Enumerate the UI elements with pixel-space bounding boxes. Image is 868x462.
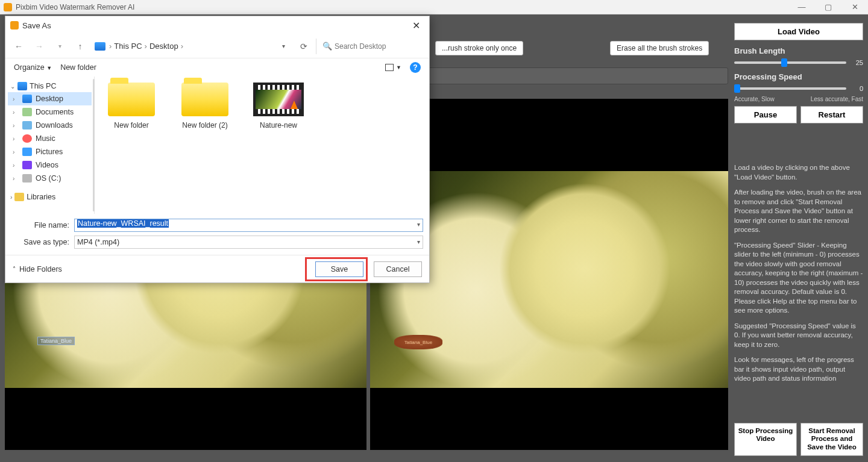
- proc-speed-right-caption: Less accurate, Fast: [811, 96, 863, 102]
- file-label: New folder: [103, 121, 160, 130]
- view-mode-button[interactable]: ▼: [385, 64, 401, 71]
- dialog-fields: File name: Nature-new_WRSAI_result▾ Save…: [5, 214, 429, 255]
- chevron-down-icon[interactable]: ▾: [417, 239, 420, 245]
- new-folder-button[interactable]: New folder: [60, 63, 96, 72]
- tree-item-music[interactable]: ›Music: [8, 132, 92, 145]
- nav-up-button[interactable]: ↑: [72, 38, 89, 55]
- pc-icon: [95, 42, 105, 51]
- cancel-button[interactable]: Cancel: [374, 261, 422, 277]
- load-video-button[interactable]: Load Video: [734, 23, 863, 40]
- video-file-icon: [253, 83, 304, 116]
- file-label: New folder (2): [177, 121, 233, 130]
- dialog-titlebar: Save As ✕: [5, 16, 429, 34]
- pictures-icon: [22, 148, 32, 156]
- save-as-dialog: Save As ✕ ← → ▾ ↑ › This PC › Desktop › …: [5, 16, 430, 283]
- dialog-logo-icon: [10, 21, 19, 30]
- chevron-right-icon: ›: [13, 96, 19, 102]
- chevron-right-icon: ›: [13, 109, 19, 116]
- documents-icon: [22, 108, 32, 116]
- app-titlebar: Pixbim Video Watermark Remover AI — ▢ ✕: [0, 0, 868, 14]
- tree-item-desktop[interactable]: ›Desktop: [8, 92, 92, 105]
- save-button[interactable]: Save: [315, 261, 363, 277]
- file-grid[interactable]: New folder New folder (2) Nature-new: [95, 76, 429, 214]
- processing-speed-label: Processing Speed: [734, 72, 863, 81]
- help-button[interactable]: ?: [410, 62, 421, 73]
- pc-icon: [17, 82, 27, 90]
- processing-speed-value: 0: [850, 85, 863, 92]
- brush-length-slider[interactable]: [734, 61, 846, 64]
- chevron-right-icon: ›: [145, 42, 147, 51]
- organize-menu[interactable]: Organize ▼: [14, 63, 52, 72]
- save-button-highlight: Save: [305, 257, 368, 281]
- desktop-icon: [22, 95, 32, 103]
- crumb-desktop[interactable]: Desktop: [149, 42, 178, 51]
- filename-input[interactable]: Nature-new_WRSAI_result▾: [74, 219, 423, 232]
- close-app-button[interactable]: ✕: [841, 0, 868, 14]
- slider-thumb-icon[interactable]: [734, 84, 740, 93]
- nav-back-button[interactable]: ←: [10, 38, 27, 55]
- app-title: Pixbim Video Watermark Remover AI: [16, 3, 134, 11]
- restart-button[interactable]: Restart: [800, 106, 863, 123]
- file-label: Nature-new: [250, 121, 307, 130]
- downloads-icon: [22, 121, 32, 130]
- dialog-footer: ˄Hide Folders Save Cancel: [5, 255, 429, 283]
- app-logo-icon: [4, 3, 12, 11]
- dialog-close-button[interactable]: ✕: [407, 17, 424, 34]
- tree-item-libraries[interactable]: ›Libraries: [8, 191, 92, 203]
- refresh-button[interactable]: ⟳: [295, 38, 312, 55]
- stop-processing-button[interactable]: Stop Processing Video: [734, 423, 797, 456]
- chevron-down-icon[interactable]: ▾: [417, 221, 420, 228]
- brush-length-label: Brush Length: [734, 46, 863, 55]
- dialog-title: Save As: [22, 21, 51, 30]
- libraries-icon: [14, 193, 24, 201]
- tree-item-documents[interactable]: ›Documents: [8, 105, 92, 119]
- tree-item-downloads[interactable]: ›Downloads: [8, 119, 92, 132]
- proc-speed-left-caption: Accurate, Slow: [734, 96, 775, 102]
- folder-icon: [108, 83, 155, 116]
- drive-icon: [22, 174, 32, 183]
- search-input[interactable]: [321, 39, 424, 54]
- slider-thumb-icon[interactable]: [781, 58, 787, 67]
- nav-forward-button[interactable]: →: [31, 38, 48, 55]
- processing-speed-slider[interactable]: [734, 87, 846, 90]
- tree-item-this-pc[interactable]: ⌄This PC: [8, 80, 92, 92]
- erase-all-button[interactable]: Erase all the brush strokes: [610, 41, 709, 55]
- start-removal-button[interactable]: Start Removal Process and Save the Video: [800, 423, 863, 456]
- crumb-dropdown-button[interactable]: ▾: [275, 38, 292, 55]
- watermark-brush-right: Tatiana_Blue: [394, 335, 442, 349]
- chevron-right-icon: ›: [181, 42, 183, 51]
- view-icon: [385, 64, 394, 71]
- tree-item-videos[interactable]: ›Videos: [8, 158, 92, 172]
- minimize-button[interactable]: —: [788, 0, 815, 14]
- chevron-right-icon: ›: [13, 149, 19, 155]
- instructions-text: Load a video by clicking on the above "L…: [734, 163, 863, 390]
- maximize-button[interactable]: ▢: [815, 0, 841, 14]
- chevron-right-icon: ›: [13, 136, 19, 142]
- folder-item[interactable]: New folder: [103, 83, 160, 130]
- videos-icon: [22, 161, 32, 169]
- tree-item-pictures[interactable]: ›Pictures: [8, 145, 92, 158]
- crumb-this-pc[interactable]: This PC: [114, 42, 142, 51]
- folder-item[interactable]: New folder (2): [177, 83, 233, 130]
- brush-once-button[interactable]: ...rush stroke only once: [435, 41, 523, 55]
- folder-icon: [181, 83, 228, 116]
- save-type-label: Save as type:: [11, 238, 69, 246]
- breadcrumb[interactable]: › This PC › Desktop ›: [95, 42, 183, 51]
- chevron-down-icon: ▼: [46, 65, 52, 71]
- filename-label: File name:: [11, 221, 69, 229]
- tree-item-os-c[interactable]: ›OS (C:): [8, 172, 92, 185]
- chevron-right-icon: ›: [13, 175, 19, 182]
- hide-folders-toggle[interactable]: ˄Hide Folders: [13, 265, 62, 273]
- dialog-nav-bar: ← → ▾ ↑ › This PC › Desktop › ▾ ⟳ 🔍: [5, 34, 429, 58]
- app-body: ...rush stroke only once Erase all the b…: [0, 14, 868, 462]
- pause-button[interactable]: Pause: [734, 106, 797, 123]
- chevron-right-icon: ›: [13, 162, 19, 169]
- save-type-select[interactable]: MP4 (*.mp4)▾: [74, 236, 423, 249]
- watermark-box-left[interactable]: Tatiana_Blue: [37, 337, 75, 345]
- dialog-command-bar: Organize ▼ New folder ▼ ?: [5, 58, 429, 76]
- video-file-item[interactable]: Nature-new: [250, 83, 307, 130]
- nav-recent-dropdown[interactable]: ▾: [51, 38, 68, 55]
- folder-tree[interactable]: ⌄This PC ›Desktop ›Documents ›Downloads …: [5, 76, 95, 214]
- chevron-up-icon: ˄: [13, 266, 16, 272]
- chevron-down-icon: ⌄: [10, 83, 15, 90]
